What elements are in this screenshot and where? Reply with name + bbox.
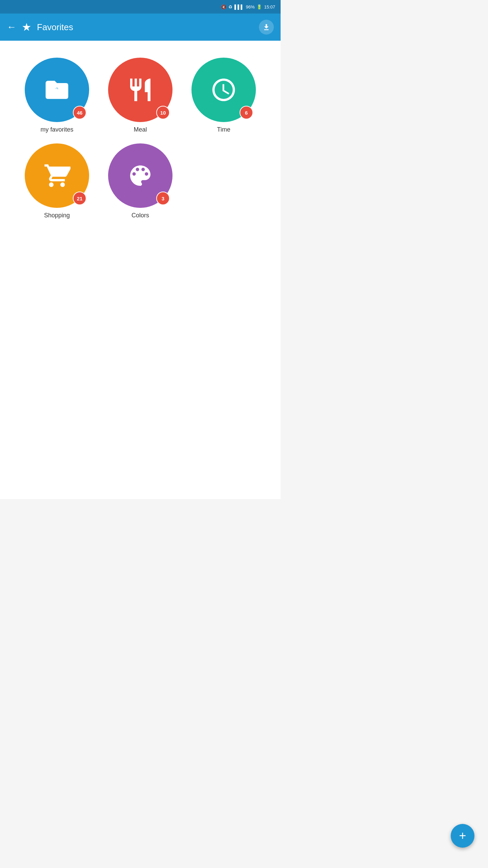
label-time: Time xyxy=(217,126,230,133)
badge-my-favorites: 46 xyxy=(73,106,86,119)
label-meal: Meal xyxy=(134,126,147,133)
app-bar-left: ← ★ Favorites xyxy=(7,21,73,34)
circle-container-shopping: 21 xyxy=(25,143,89,208)
badge-time: 6 xyxy=(240,106,253,119)
badge-colors: 3 xyxy=(156,192,170,205)
signal-icon: ▌▌▌ xyxy=(235,4,244,9)
main-content: 46 my favorites 10 Meal xyxy=(0,41,281,499)
category-my-favorites[interactable]: 46 my favorites xyxy=(17,58,97,133)
page-title: Favorites xyxy=(37,22,73,33)
time-display: 15:07 xyxy=(264,4,275,9)
categories-grid: 46 my favorites 10 Meal xyxy=(7,51,274,226)
category-shopping[interactable]: 21 Shopping xyxy=(17,143,97,219)
battery-icon: 🔋 xyxy=(257,4,262,9)
download-icon xyxy=(262,23,271,32)
status-bar: 🔇 ♻ ▌▌▌ 96% 🔋 15:07 xyxy=(0,0,281,14)
mute-icon: 🔇 xyxy=(221,4,226,9)
circle-container-my-favorites: 46 xyxy=(25,58,89,122)
cart-icon xyxy=(43,162,70,189)
label-my-favorites: my favorites xyxy=(40,126,73,133)
circle-container-time: 6 xyxy=(191,58,256,122)
label-colors: Colors xyxy=(131,212,149,219)
status-icons: 🔇 ♻ ▌▌▌ 96% 🔋 15:07 xyxy=(221,4,275,9)
cutlery-icon xyxy=(127,76,154,103)
app-bar: ← ★ Favorites xyxy=(0,14,281,41)
category-meal[interactable]: 10 Meal xyxy=(100,58,180,133)
clock-icon xyxy=(210,76,237,103)
star-folder-icon xyxy=(43,76,70,103)
category-time[interactable]: 6 Time xyxy=(184,58,264,133)
circle-container-meal: 10 xyxy=(108,58,172,122)
category-colors[interactable]: 3 Colors xyxy=(100,143,180,219)
palette-icon xyxy=(127,162,154,189)
badge-meal: 10 xyxy=(156,106,170,119)
label-shopping: Shopping xyxy=(44,212,70,219)
sync-icon: ♻ xyxy=(228,4,232,9)
battery-text: 96% xyxy=(246,4,255,9)
download-button[interactable] xyxy=(259,20,274,35)
back-button[interactable]: ← xyxy=(7,22,16,33)
circle-container-colors: 3 xyxy=(108,143,172,208)
favorites-icon: ★ xyxy=(22,21,32,34)
badge-shopping: 21 xyxy=(73,192,86,205)
